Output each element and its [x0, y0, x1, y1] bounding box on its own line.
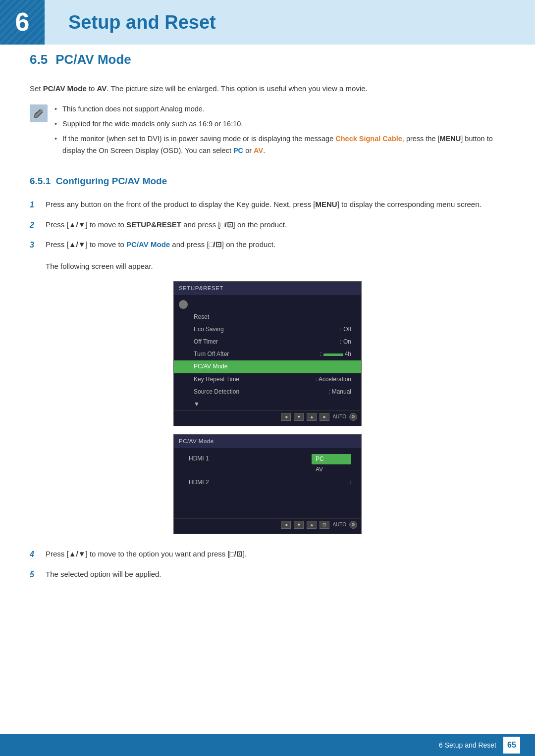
osd-row-reset: Reset — [174, 311, 361, 323]
osd-title-1: SETUP&RESET — [174, 282, 361, 295]
note-item-1: This function does not support Analog mo… — [54, 103, 505, 115]
step-1: 1 Press any button on the front of the p… — [30, 199, 505, 211]
intro-paragraph: Set PC/AV Mode to AV. The picture size w… — [30, 82, 505, 95]
osd-btn-settings: ⚙ — [349, 413, 357, 421]
osd-bottom-bar-1: ◄ ▼ ▲ ► AUTO ⚙ — [174, 410, 361, 423]
osd-btn-right: ► — [320, 413, 329, 421]
note-item-2: Supplied for the wide models only such a… — [54, 118, 505, 130]
osd-row-more: ▼ — [174, 398, 361, 410]
osd-btn2-up: ▲ — [307, 521, 317, 529]
note-box: This function does not support Analog mo… — [30, 103, 505, 160]
note-item-3: If the monitor (when set to DVI) is in p… — [54, 133, 505, 157]
section-heading: 6.5 PC/AV Mode — [30, 50, 505, 70]
osd-btn-left: ◄ — [281, 413, 291, 421]
step-5: 5 The selected option will be applied. — [30, 568, 505, 581]
pencil-icon — [33, 108, 44, 119]
osd-btn-down: ▼ — [294, 413, 304, 421]
osd-row-sourcedetect: Source Detection : Manual — [174, 386, 361, 398]
steps-list: 1 Press any button on the front of the p… — [30, 199, 505, 252]
page-footer: 6 Setup and Reset 65 — [0, 734, 535, 756]
footer-text: 6 Setup and Reset — [439, 740, 496, 751]
step-3-note: The following screen will appear. — [46, 260, 505, 272]
chapter-header: 6 Setup and Reset — [0, 0, 535, 45]
note-bullets-list: This function does not support Analog mo… — [54, 103, 505, 160]
osd-title-2: PC/AV Mode — [174, 435, 361, 448]
osd-screen-1: SETUP&RESET Reset Eco Saving : Off Off T… — [173, 281, 362, 426]
osd-screen-2: PC/AV Mode HDMI 1 PC AV HDMI 2 : — [173, 434, 362, 534]
osd-body-1: Reset Eco Saving : Off Off Timer : On Tu… — [174, 295, 361, 426]
osd-auto-label: AUTO — [332, 413, 346, 421]
chapter-number: 6 — [0, 0, 45, 45]
step-4: 4 Press [▲/▼] to move to the option you … — [30, 548, 505, 561]
osd-btn-up: ▲ — [307, 413, 317, 421]
osd-body-2: HDMI 1 PC AV HDMI 2 : ◄ ▼ ▲ ⊡ — [174, 448, 361, 534]
osd-btn2-enter: ⊡ — [320, 521, 329, 529]
osd-row-offtimer: Off Timer : On — [174, 336, 361, 348]
main-content: 6.5 PC/AV Mode Set PC/AV Mode to AV. The… — [0, 50, 535, 620]
subsection-heading: 6.5.1 Configuring PC/AV Mode — [30, 174, 505, 189]
osd-auto-label-2: AUTO — [332, 521, 346, 529]
osd-row-eco: Eco Saving : Off — [174, 323, 361, 336]
osd-row-keyrepeat: Key Repeat Time : Acceleration — [174, 373, 361, 386]
osd-bottom-bar-2: ◄ ▼ ▲ ⊡ AUTO ⚙ — [174, 518, 361, 531]
osd-row-turnoff: Turn Off After : 4h — [174, 348, 361, 360]
chapter-title: Setup and Reset — [68, 7, 216, 38]
osd-btn2-settings: ⚙ — [349, 521, 357, 529]
osd-row-hdmi2: HDMI 2 : — [174, 476, 361, 489]
steps-list-2: 4 Press [▲/▼] to move to the option you … — [30, 548, 505, 581]
osd-row-pcav: PC/AV Mode — [174, 360, 361, 373]
step-3: 3 Press [▲/▼] to move to PC/AV Mode and … — [30, 239, 505, 252]
step-2: 2 Press [▲/▼] to move to SETUP&RESET and… — [30, 219, 505, 232]
note-icon — [30, 104, 48, 122]
footer-page-number: 65 — [503, 737, 520, 754]
screenshots-container: SETUP&RESET Reset Eco Saving : Off Off T… — [30, 281, 505, 534]
osd-btn2-left: ◄ — [281, 521, 291, 529]
osd-btn2-down: ▼ — [294, 521, 304, 529]
